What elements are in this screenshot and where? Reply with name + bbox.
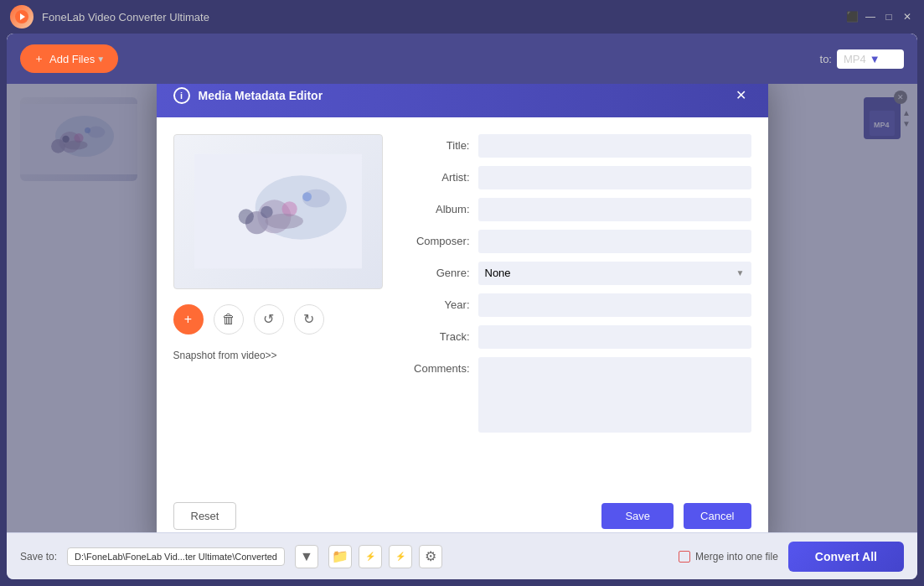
app-logo — [10, 5, 34, 29]
browse-path-dropdown[interactable]: ▼ — [295, 545, 318, 568]
svg-point-22 — [238, 209, 253, 224]
modal-close-button[interactable]: ✕ — [731, 86, 751, 106]
merge-label: Merge into one file — [695, 551, 778, 563]
comments-field-row: Comments: — [403, 357, 751, 433]
dropdown-arrow-icon[interactable]: ▼ — [96, 54, 105, 64]
merge-checkbox-container: Merge into one file — [679, 551, 778, 563]
modal-header: i Media Metadata Editor ✕ — [157, 84, 768, 117]
modal-overlay: i Media Metadata Editor ✕ — [7, 84, 917, 532]
track-label: Track: — [403, 325, 470, 343]
comments-textarea[interactable] — [478, 357, 751, 433]
title-label: Title: — [403, 134, 470, 152]
artist-field-row: Artist: — [403, 166, 751, 189]
save-path-display: D:\FoneLab\FoneLab Vid...ter Ultimate\Co… — [67, 547, 285, 566]
add-files-button[interactable]: ＋ Add Files ▼ — [20, 44, 118, 73]
cancel-button[interactable]: Cancel — [684, 503, 751, 529]
convert-all-button[interactable]: Convert All — [788, 542, 904, 572]
snapshot-link[interactable]: Snapshot from video>> — [173, 350, 383, 361]
format-selector: to: MP4 ▼ — [820, 49, 904, 69]
format-value: MP4 — [844, 53, 866, 65]
format-chevron-icon: ▼ — [870, 53, 880, 65]
maximize-button[interactable]: □ — [882, 10, 896, 23]
year-field-row: Year: — [403, 293, 751, 317]
app-title: FoneLab Video Converter Ultimate — [42, 11, 837, 23]
svg-point-19 — [302, 192, 312, 201]
image-controls: + 🗑 ↺ ↻ — [173, 298, 383, 341]
title-bar: FoneLab Video Converter Ultimate ⬛ — □ ✕ — [0, 0, 924, 34]
modal-right-panel: Title: Artist: Album: Composer: — [403, 134, 751, 472]
app-body: ＋ Add Files ▼ to: MP4 ▼ — [7, 34, 917, 579]
title-input[interactable] — [478, 134, 751, 158]
svg-point-21 — [265, 214, 302, 229]
modal-title: Media Metadata Editor — [199, 89, 723, 102]
track-field-row: Track: — [403, 325, 751, 349]
image-preview — [173, 134, 383, 289]
format-dropdown[interactable]: MP4 ▼ — [837, 49, 904, 69]
save-button[interactable]: Save — [601, 503, 674, 529]
format-label: to: — [820, 53, 832, 65]
add-files-label: Add Files — [49, 53, 95, 65]
delete-image-button[interactable]: 🗑 — [214, 304, 244, 334]
modal-left-panel: + 🗑 ↺ ↻ Snapshot from video>> — [173, 134, 383, 472]
folder-browse-button[interactable]: 📁 — [328, 545, 352, 568]
metadata-editor-modal: i Media Metadata Editor ✕ — [157, 84, 768, 532]
comments-label: Comments: — [403, 357, 470, 375]
flash-screen-button[interactable]: ⚡ — [389, 545, 412, 568]
year-input[interactable] — [478, 293, 751, 317]
modal-info-icon: i — [173, 87, 190, 104]
reset-button[interactable]: Reset — [173, 502, 237, 530]
year-label: Year: — [403, 293, 470, 311]
settings-button[interactable]: ⚙ — [419, 545, 442, 568]
emoji-button[interactable]: ⬛ — [845, 10, 859, 23]
close-button[interactable]: ✕ — [901, 10, 914, 23]
minimize-button[interactable]: — — [864, 10, 877, 23]
composer-field-row: Composer: — [403, 230, 751, 253]
genre-select[interactable]: None Rock Pop Jazz Classical Electronic … — [478, 262, 751, 285]
title-field-row: Title: — [403, 134, 751, 158]
genre-wrapper: None Rock Pop Jazz Classical Electronic … — [478, 262, 751, 285]
album-label: Album: — [403, 198, 470, 215]
flash-off-button[interactable]: ⚡ — [359, 545, 382, 568]
composer-input[interactable] — [478, 230, 751, 253]
undo-button[interactable]: ↺ — [254, 304, 284, 334]
genre-field-row: Genre: None Rock Pop Jazz Classical Elec… — [403, 262, 751, 285]
album-field-row: Album: — [403, 198, 751, 221]
merge-checkbox[interactable] — [679, 551, 690, 563]
save-to-label: Save to: — [20, 551, 57, 563]
artist-input[interactable] — [478, 166, 751, 189]
genre-label: Genre: — [403, 262, 470, 279]
toolbar: ＋ Add Files ▼ to: MP4 ▼ — [7, 34, 917, 84]
track-input[interactable] — [478, 325, 751, 349]
window-controls: ⬛ — □ ✕ — [845, 10, 914, 23]
composer-label: Composer: — [403, 230, 470, 247]
add-image-button[interactable]: + — [173, 304, 204, 334]
album-input[interactable] — [478, 198, 751, 221]
artist-label: Artist: — [403, 166, 470, 184]
modal-body: + 🗑 ↺ ↻ Snapshot from video>> Title: — [157, 117, 768, 489]
redo-button[interactable]: ↻ — [294, 304, 324, 334]
bottom-bar: Save to: D:\FoneLab\FoneLab Vid...ter Ul… — [7, 532, 917, 579]
plus-icon: ＋ — [34, 51, 44, 66]
modal-footer: Reset Save Cancel — [157, 489, 768, 533]
bottom-icons: 📁 ⚡ ⚡ ⚙ — [328, 545, 442, 568]
content-area: MP4 ✕ ▲ ▼ i Media Metadata Editor — [7, 84, 917, 532]
